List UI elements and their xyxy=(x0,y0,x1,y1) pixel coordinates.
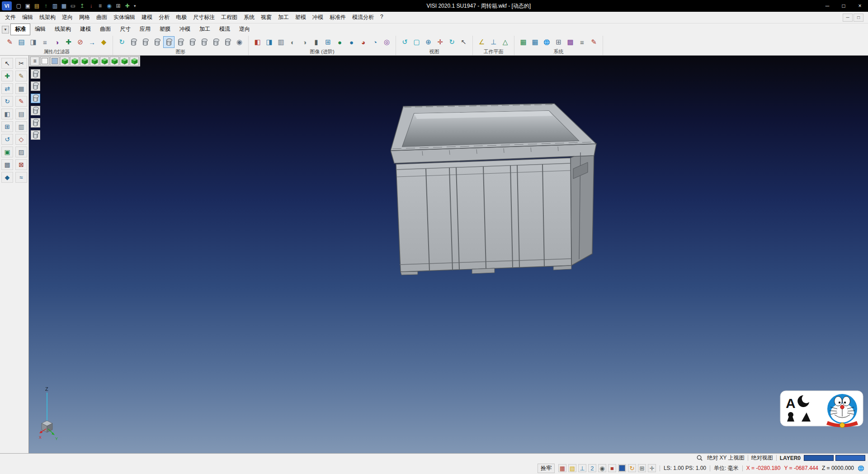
search-icon[interactable] xyxy=(695,455,704,462)
snap-settings-icon[interactable]: ▦ xyxy=(558,464,566,472)
axis-indicator-icon[interactable]: ✛ xyxy=(648,464,656,472)
import-icon[interactable]: ↑ xyxy=(42,1,50,10)
view-orientation-label[interactable]: 绝对 XY 上视图 xyxy=(707,454,744,462)
snap-lock-toggle[interactable]: 拴牢 xyxy=(538,464,555,473)
tab-standard[interactable]: 标准 xyxy=(10,24,30,35)
solid-style-5-icon[interactable] xyxy=(175,36,186,48)
menu-surface[interactable]: 曲面 xyxy=(93,12,110,23)
minimize-button[interactable]: ─ xyxy=(819,0,835,12)
view-style-6-icon[interactable] xyxy=(31,130,40,140)
workplane-indicator-icon[interactable]: ⊥ xyxy=(578,464,586,472)
apply-filter-icon[interactable]: → xyxy=(86,36,98,48)
annotate-icon[interactable]: ✎ xyxy=(15,96,27,107)
trim-icon[interactable]: ✂ xyxy=(15,58,27,69)
erase-region-icon[interactable]: ⊠ xyxy=(15,159,27,170)
active-layer-label[interactable]: LAYER0 xyxy=(780,455,801,461)
render-settings-icon[interactable]: ◎ xyxy=(381,36,392,48)
view-pan-icon[interactable]: ✛ xyxy=(434,36,446,48)
save-all-icon[interactable]: ▦ xyxy=(60,1,68,10)
export-icon[interactable]: ↥ xyxy=(78,1,86,10)
tab-machining[interactable]: 加工 xyxy=(195,24,215,35)
add-filter-icon[interactable]: ✚ xyxy=(63,36,74,48)
app-logo-icon[interactable]: VI xyxy=(2,1,12,10)
menu-analysis[interactable]: 分析 xyxy=(156,12,173,23)
menu-help[interactable]: ? xyxy=(377,12,387,23)
tab-application[interactable]: 应用 xyxy=(135,24,155,35)
sphere-pie-icon[interactable]: ◕ xyxy=(358,36,369,48)
solid-style-2-icon[interactable] xyxy=(140,36,151,48)
tab-modeling[interactable]: 建模 xyxy=(75,24,95,35)
texture-icon[interactable]: ▥ xyxy=(275,36,287,48)
view-right-icon[interactable] xyxy=(110,57,119,66)
crate-model[interactable] xyxy=(391,101,601,290)
refresh-graphics-icon[interactable]: ↻ xyxy=(116,36,127,48)
grid-snap-icon[interactable]: ⊞ xyxy=(1,121,13,132)
menu-edit[interactable]: 编辑 xyxy=(19,12,36,23)
tab-molding[interactable]: 塑膜 xyxy=(155,24,175,35)
select-icon[interactable]: ↖ xyxy=(1,58,13,69)
point-icon[interactable]: ✚ xyxy=(1,71,13,81)
solid-style-7-icon[interactable] xyxy=(198,36,210,48)
filter-contrast-icon[interactable]: ◑ xyxy=(51,36,62,48)
swap-icon[interactable]: ⇄ xyxy=(1,83,13,94)
open-file-icon[interactable]: ▣ xyxy=(24,1,32,10)
solid-style-9-icon[interactable] xyxy=(222,36,233,48)
delete-icon[interactable]: ↓ xyxy=(87,1,95,10)
menu-standard-parts[interactable]: 标准件 xyxy=(326,12,349,23)
tab-wireframe[interactable]: 线架构 xyxy=(50,24,75,35)
diamond-select-icon[interactable]: ◇ xyxy=(15,134,27,145)
menu-reverse[interactable]: 逆向 xyxy=(59,12,76,23)
new-file-icon[interactable]: ▢ xyxy=(14,1,23,10)
current-color-swatch[interactable] xyxy=(804,455,834,461)
maximize-button[interactable]: □ xyxy=(835,0,852,12)
list-icon[interactable]: ≡ xyxy=(96,1,104,10)
bounds-icon[interactable]: ▣ xyxy=(1,147,13,157)
solid-style-3-icon[interactable] xyxy=(151,36,163,48)
shade-blue-icon[interactable]: ◨ xyxy=(264,36,275,48)
view-mode-label[interactable]: 绝对视图 xyxy=(751,454,773,462)
view-fit-icon[interactable]: ▢ xyxy=(411,36,422,48)
menu-wireframe[interactable]: 线架构 xyxy=(36,12,59,23)
view-back-icon[interactable] xyxy=(90,57,99,66)
wave-icon[interactable]: ≈ xyxy=(15,172,27,183)
view-top-icon[interactable] xyxy=(70,57,79,66)
view-rotate-icon[interactable]: ↻ xyxy=(446,36,458,48)
graphics-target-icon[interactable]: ◉ xyxy=(234,36,245,48)
solid-style-1-icon[interactable] xyxy=(128,36,139,48)
menu-dimension[interactable]: 尺寸标注 xyxy=(190,12,218,23)
view-refresh-icon[interactable]: ↺ xyxy=(399,36,410,48)
view-style-2-icon[interactable] xyxy=(31,81,40,91)
solid-icon[interactable]: ◆ xyxy=(1,172,13,183)
solid-style-6-icon[interactable] xyxy=(187,36,198,48)
menu-stamping[interactable]: 冲模 xyxy=(309,12,326,23)
view2d-indicator-icon[interactable]: 2 xyxy=(588,464,596,472)
tab-moldflow[interactable]: 模流 xyxy=(215,24,235,35)
menu-window[interactable]: 视窗 xyxy=(258,12,275,23)
system-globe-icon[interactable] xyxy=(541,36,552,48)
workplane-new-icon[interactable]: △ xyxy=(500,36,511,48)
menu-drafting[interactable]: 工程图 xyxy=(218,12,241,23)
add-icon[interactable]: ✚ xyxy=(123,1,132,10)
menu-file[interactable]: 文件 xyxy=(2,12,19,23)
workplane-axis-icon[interactable]: ⊥ xyxy=(488,36,499,48)
remove-filter-icon[interactable]: ⊘ xyxy=(75,36,86,48)
print-icon[interactable]: ▭ xyxy=(69,1,77,10)
mesh-icon[interactable]: ▦ xyxy=(15,83,27,94)
sketch-icon[interactable]: ✎ xyxy=(15,71,27,81)
progress-indicator-icon[interactable] xyxy=(618,464,626,472)
tab-stamping[interactable]: 冲模 xyxy=(175,24,195,35)
view-bottom-icon[interactable] xyxy=(120,57,129,66)
section-bar-icon[interactable]: ▮ xyxy=(311,36,322,48)
workplane-angle-icon[interactable]: ∠ xyxy=(476,36,487,48)
current-linetype-swatch[interactable] xyxy=(835,455,865,461)
rotate-indicator-icon[interactable]: ↻ xyxy=(628,464,636,472)
user-icon[interactable]: ◉ xyxy=(598,464,606,472)
hatch-icon[interactable]: ▨ xyxy=(15,147,27,157)
tab-dropdown-icon[interactable]: ▼ xyxy=(2,26,9,33)
quick-access-dropdown-icon[interactable]: ▾ xyxy=(132,4,138,8)
tab-surface[interactable]: 曲面 xyxy=(95,24,115,35)
menu-electrode[interactable]: 电极 xyxy=(173,12,190,23)
view-previous-icon[interactable]: ↖ xyxy=(458,36,469,48)
render-white-icon[interactable] xyxy=(40,57,49,66)
menu-solid-edit[interactable]: 实体编辑 xyxy=(110,12,138,23)
